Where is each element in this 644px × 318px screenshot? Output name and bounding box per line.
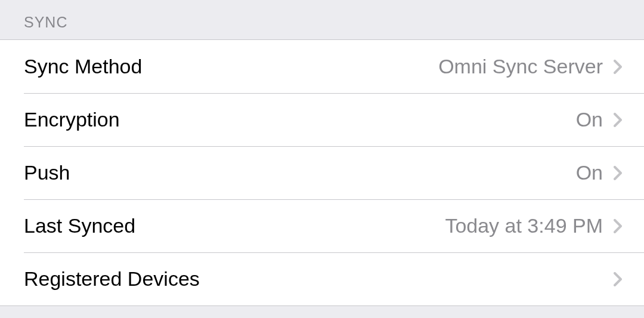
row-label: Last Synced: [24, 214, 445, 237]
row-label: Push: [24, 161, 576, 184]
row-label: Sync Method: [24, 55, 438, 78]
chevron-right-icon: [614, 60, 623, 74]
row-sync-method[interactable]: Sync Method Omni Sync Server: [0, 40, 644, 93]
row-value: On: [576, 108, 603, 131]
row-value: On: [576, 161, 603, 184]
chevron-right-icon: [614, 219, 623, 233]
settings-list-sync: Sync Method Omni Sync Server Encryption …: [0, 39, 644, 306]
row-value: Today at 3:49 PM: [445, 214, 603, 237]
row-value: Omni Sync Server: [438, 55, 603, 78]
row-registered-devices[interactable]: Registered Devices: [0, 252, 644, 305]
chevron-right-icon: [614, 113, 623, 127]
chevron-right-icon: [614, 166, 623, 180]
row-last-synced[interactable]: Last Synced Today at 3:49 PM: [0, 199, 644, 252]
row-push[interactable]: Push On: [0, 146, 644, 199]
row-label: Registered Devices: [24, 267, 603, 291]
row-label: Encryption: [24, 108, 576, 131]
row-encryption[interactable]: Encryption On: [0, 93, 644, 146]
section-header-label: SYNC: [24, 14, 67, 30]
chevron-right-icon: [614, 272, 623, 286]
section-header-sync: SYNC: [0, 0, 644, 39]
